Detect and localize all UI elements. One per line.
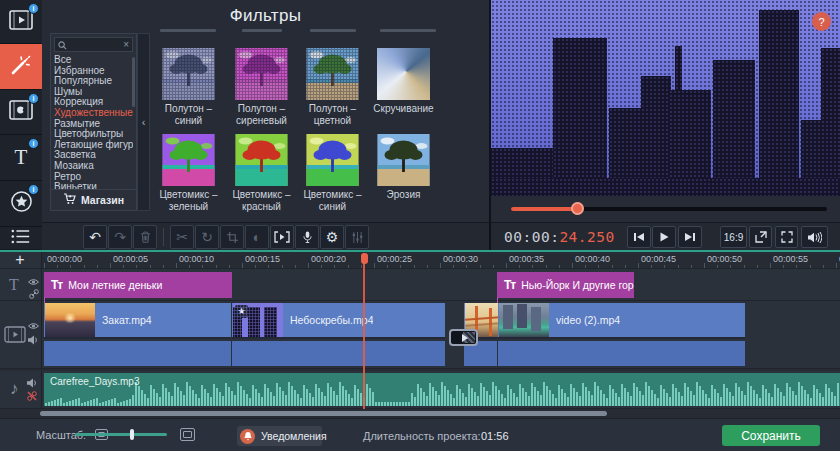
category-item[interactable]: Художественные bbox=[54, 108, 133, 119]
eye-icon[interactable] bbox=[28, 317, 39, 333]
waveform-bar bbox=[468, 384, 470, 406]
waveform-bar bbox=[702, 390, 704, 406]
video-clip[interactable]: ★Небоскребы.mp4 bbox=[232, 303, 445, 366]
waveform-bar bbox=[75, 399, 77, 406]
transition-badge[interactable] bbox=[449, 329, 478, 346]
clipped-filter-label bbox=[380, 29, 436, 32]
color-adjustments-button[interactable]: ◐ bbox=[245, 225, 269, 249]
timeline-ruler[interactable]: 00:00:0000:00:0500:00:1000:00:1500:00:20… bbox=[42, 252, 840, 269]
question-mark-icon: ? bbox=[818, 16, 824, 28]
clear-search-icon[interactable]: × bbox=[123, 40, 129, 50]
waveform-bar bbox=[417, 384, 419, 406]
sidebar-item-titles[interactable]: T i bbox=[0, 135, 42, 181]
playhead-marker[interactable] bbox=[361, 253, 368, 264]
undo-button[interactable]: ↶ bbox=[83, 225, 107, 249]
aspect-ratio-button[interactable]: 16:9 bbox=[720, 226, 747, 248]
sidebar-item-stickers[interactable]: i bbox=[0, 181, 42, 227]
timecode-prefix: 00:00: bbox=[504, 229, 559, 245]
filter-search-input[interactable]: × bbox=[54, 37, 133, 52]
video-clip[interactable]: video (2).mp4 bbox=[498, 303, 745, 366]
filter-card[interactable]: Цветомикс – красный bbox=[235, 134, 288, 186]
ruler-tick bbox=[374, 263, 375, 268]
filter-card[interactable]: Полутон – сиреневый bbox=[235, 48, 288, 100]
filters-panel: Фильтры × ВсеИзбранноеПопулярныеШумыКорр… bbox=[42, 0, 489, 250]
ruler-tick bbox=[97, 265, 98, 268]
collapse-panel-button[interactable]: ‹ bbox=[137, 33, 150, 211]
timeline-zoom-slider[interactable] bbox=[75, 433, 167, 436]
fit-clips-icon[interactable] bbox=[180, 428, 195, 441]
ruler-tick bbox=[506, 263, 507, 268]
filter-card[interactable]: Цветомикс – синий bbox=[306, 134, 359, 186]
next-frame-button[interactable] bbox=[678, 226, 702, 248]
zoom-slider-handle[interactable] bbox=[130, 429, 134, 440]
waveform-bar bbox=[267, 388, 269, 406]
unlink-icon[interactable] bbox=[27, 388, 37, 404]
sidebar-item-media[interactable]: i bbox=[0, 0, 42, 44]
filter-thumbnail bbox=[162, 48, 215, 100]
category-item[interactable]: Мозаика bbox=[54, 161, 133, 172]
edit-toolbar: ↶↷✂↻◐⚙ bbox=[42, 222, 489, 250]
detach-player-button[interactable] bbox=[749, 226, 772, 248]
title-clip[interactable]: TтНью-Йорк И другие города. bbox=[497, 272, 634, 298]
redo-button[interactable]: ↷ bbox=[108, 225, 132, 249]
filter-card[interactable]: Эрозия bbox=[377, 134, 430, 186]
video-clip[interactable]: Закат.mp4 bbox=[44, 303, 231, 366]
waveform-bar bbox=[519, 384, 521, 406]
speaker-icon[interactable] bbox=[28, 332, 39, 348]
rotate-button[interactable]: ↻ bbox=[195, 225, 219, 249]
ruler-tick bbox=[598, 265, 599, 268]
filter-label: Цветомикс – синий bbox=[297, 189, 368, 212]
ruler-time-label: 00:00:00 bbox=[47, 254, 82, 264]
category-item[interactable]: Все bbox=[54, 55, 133, 66]
waveform-bar bbox=[249, 398, 251, 406]
add-track-button[interactable]: + bbox=[9, 251, 31, 269]
ruler-tick bbox=[572, 263, 573, 268]
waveform-bar bbox=[420, 388, 422, 406]
waveform-bar bbox=[45, 403, 47, 406]
transition-wizard-button[interactable] bbox=[270, 225, 294, 249]
waveform-bar bbox=[750, 386, 752, 406]
timeline-scrollbar[interactable] bbox=[40, 411, 607, 416]
store-button[interactable]: Магазин bbox=[51, 189, 136, 210]
filter-thumbnail bbox=[235, 48, 288, 100]
sidebar-item-transitions[interactable]: i bbox=[0, 90, 42, 135]
seek-bar[interactable] bbox=[511, 207, 827, 211]
waveform-bar bbox=[237, 382, 239, 406]
waveform-bar bbox=[234, 395, 236, 406]
save-button[interactable]: Сохранить bbox=[722, 425, 820, 446]
ruler-tick bbox=[84, 265, 85, 268]
waveform-bar bbox=[189, 386, 191, 406]
filter-card[interactable]: Цветомикс – зеленый bbox=[162, 134, 215, 186]
audio-clip[interactable]: Carefree_Days.mp3 bbox=[44, 373, 840, 406]
waveform-bar bbox=[534, 387, 536, 406]
record-voice-button[interactable] bbox=[295, 225, 319, 249]
play-button[interactable] bbox=[652, 226, 676, 248]
waveform-bar bbox=[78, 398, 80, 406]
waveform-bar bbox=[108, 400, 110, 406]
sidebar-item-more[interactable] bbox=[0, 227, 42, 249]
category-scrollbar[interactable] bbox=[132, 57, 135, 107]
filter-card[interactable]: Скручивание bbox=[377, 48, 430, 100]
link-icon[interactable] bbox=[29, 286, 39, 302]
title-clip[interactable]: TтМои летние деньки bbox=[44, 272, 232, 298]
volume-button[interactable] bbox=[801, 226, 828, 248]
waveform-bar bbox=[771, 397, 773, 406]
waveform-bar bbox=[303, 385, 305, 406]
waveform-bar bbox=[183, 395, 185, 406]
waveform-bar bbox=[588, 391, 590, 406]
sidebar-item-filters[interactable] bbox=[0, 44, 42, 90]
previous-frame-button[interactable] bbox=[627, 226, 651, 248]
audio-levels-button[interactable] bbox=[345, 225, 369, 249]
filter-card[interactable]: Полутон – цветной bbox=[306, 48, 359, 100]
video-clip-audio-band bbox=[44, 341, 231, 366]
fullscreen-button[interactable] bbox=[775, 226, 798, 248]
cut-button[interactable]: ✂ bbox=[170, 225, 194, 249]
notifications-button[interactable]: Уведомления bbox=[237, 426, 322, 446]
crop-button[interactable] bbox=[220, 225, 244, 249]
clip-properties-button[interactable]: ⚙ bbox=[320, 225, 344, 249]
filter-card[interactable]: Полутон – синий bbox=[162, 48, 215, 100]
ruler-tick bbox=[348, 265, 349, 268]
delete-button[interactable] bbox=[133, 225, 157, 249]
seek-handle[interactable] bbox=[571, 202, 584, 215]
help-button[interactable]: ? bbox=[812, 12, 831, 31]
